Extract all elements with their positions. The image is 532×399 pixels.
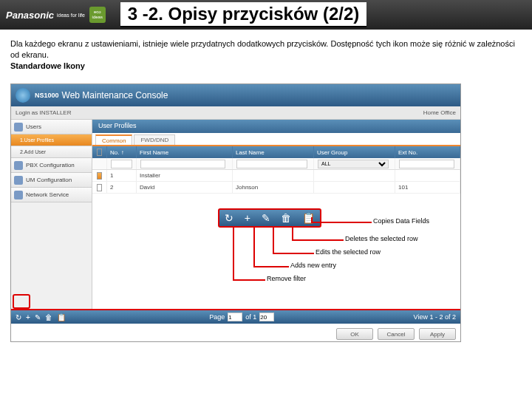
app-header: NS1000 Web Maintenance Console xyxy=(11,84,460,106)
sidebar-item-add-user[interactable]: 2.Add User xyxy=(11,146,92,158)
tab-fwd-dnd[interactable]: FWD/DND xyxy=(134,134,175,145)
grid-header: No. ↑ First Name Last Name User Group Ex… xyxy=(92,146,460,158)
callout-line xyxy=(253,228,255,266)
filter-no[interactable] xyxy=(111,160,132,168)
slide-title: 3 -2. Opisy przycisków (2/2) xyxy=(120,2,366,27)
callout-line xyxy=(233,279,265,281)
pbx-icon xyxy=(14,161,23,170)
sidebar-item-network[interactable]: Network Service xyxy=(11,188,92,202)
slide-header: Panasonic ideas for life eco ideas 3 -2.… xyxy=(0,0,532,30)
refresh-icon[interactable]: ↻ xyxy=(225,212,233,224)
sidebar-item-um[interactable]: UM Configuration xyxy=(11,173,92,188)
footer-copy-icon[interactable]: 📋 xyxy=(57,313,66,321)
col-no[interactable]: No. ↑ xyxy=(107,146,137,158)
col-first[interactable]: First Name xyxy=(137,146,233,158)
network-icon xyxy=(14,191,23,200)
callout-line xyxy=(253,266,289,267)
login-text: Login as INSTALLER xyxy=(16,109,71,116)
intro-p1: Dla każdego ekranu z ustawieniami, istni… xyxy=(10,38,522,61)
app-console: Web Maintenance Console xyxy=(62,90,168,100)
brand-logo: Panasonic xyxy=(6,10,54,21)
sidebar-item-user-profiles[interactable]: 1.User Profiles xyxy=(11,134,92,146)
col-last[interactable]: Last Name xyxy=(233,146,314,158)
filter-group[interactable]: ALL xyxy=(318,160,389,168)
filter-row: ALL xyxy=(92,158,460,170)
sidebar-item-pbx[interactable]: PBX Configuration xyxy=(11,158,92,173)
footer-delete-icon[interactable]: 🗑 xyxy=(45,313,52,321)
page-size-input[interactable] xyxy=(259,313,274,321)
intro-p2: Standardowe Ikony xyxy=(10,61,85,70)
app-screenshot: NS1000 Web Maintenance Console Login as … xyxy=(10,83,461,342)
panel-title: User Profiles xyxy=(92,120,460,133)
view-count: View 1 - 2 of 2 xyxy=(414,313,456,321)
callout-refresh: Remove filter xyxy=(267,275,306,282)
pager: Page of 1 xyxy=(209,313,274,321)
tab-common[interactable]: Common xyxy=(95,134,132,145)
um-icon xyxy=(14,176,23,185)
row-checkbox[interactable] xyxy=(97,172,102,180)
home-link[interactable]: Home Office xyxy=(423,109,456,116)
callout-line xyxy=(273,253,314,254)
filter-first[interactable] xyxy=(140,160,225,168)
callout-line xyxy=(273,228,274,253)
globe-icon xyxy=(16,88,30,103)
ok-button[interactable]: OK xyxy=(336,328,373,340)
sidebar-item-users[interactable]: Users xyxy=(11,120,92,134)
add-icon[interactable]: + xyxy=(245,212,250,224)
login-bar: Login as INSTALLER Home Office xyxy=(11,106,460,120)
callout-line xyxy=(311,222,372,223)
callout-edit: Edits the selected row xyxy=(316,248,381,256)
eco-badge: eco ideas xyxy=(89,7,106,23)
select-all-checkbox[interactable] xyxy=(97,149,102,156)
delete-icon[interactable]: 🗑 xyxy=(281,212,291,224)
cancel-button[interactable]: Cancel xyxy=(378,328,415,340)
tab-bar: Common FWD/DND xyxy=(92,133,460,146)
intro-text: Dla każdego ekranu z ustawieniami, istni… xyxy=(0,30,532,81)
app-model: NS1000 xyxy=(35,92,59,99)
callout-copy: Copies Data Fields xyxy=(373,217,429,225)
edit-icon[interactable]: ✎ xyxy=(262,212,270,224)
filter-ext[interactable] xyxy=(399,160,454,168)
grid-footer: ↻ + ✎ 🗑 📋 Page of 1 View 1 - 2 of 2 xyxy=(11,309,460,324)
footer-refresh-icon[interactable]: ↻ xyxy=(16,313,21,321)
button-row: OK Cancel Apply xyxy=(336,328,456,340)
callout-line xyxy=(292,228,293,239)
footer-add-icon[interactable]: + xyxy=(26,313,30,321)
highlight-box xyxy=(13,294,30,309)
users-icon xyxy=(14,123,23,132)
callout-line xyxy=(233,228,234,279)
col-ext[interactable]: Ext No. xyxy=(395,146,460,158)
footer-edit-icon[interactable]: ✎ xyxy=(35,313,41,321)
brand-tag: ideas for life xyxy=(57,13,85,18)
table-row[interactable]: 2 David Johnson 101 xyxy=(92,182,460,194)
filter-last[interactable] xyxy=(236,160,307,168)
row-checkbox[interactable] xyxy=(97,184,102,191)
table-row[interactable]: 1 Installer xyxy=(92,170,460,182)
callout-add: Adds new entry xyxy=(290,262,336,269)
page-input[interactable] xyxy=(228,313,242,321)
callout-line xyxy=(292,239,344,241)
apply-button[interactable]: Apply xyxy=(419,328,456,340)
sidebar: Users 1.User Profiles 2.Add User PBX Con… xyxy=(11,120,92,315)
col-group[interactable]: User Group xyxy=(314,146,395,158)
toolbar-popup: ↻ + ✎ 🗑 📋 xyxy=(218,208,321,228)
callout-delete: Deletes the selected row xyxy=(345,235,418,242)
